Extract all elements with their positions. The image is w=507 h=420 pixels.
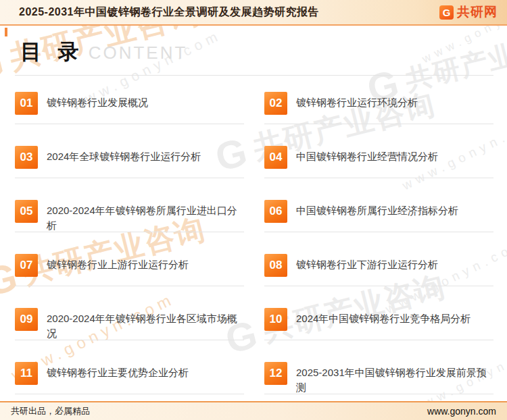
toc-item-label: 2020-2024年年镀锌钢卷行业各区域市场概况 bbox=[47, 308, 244, 341]
toc-item-number: 06 bbox=[264, 200, 287, 223]
item-divider bbox=[264, 232, 493, 232]
toc-item-number: 09 bbox=[15, 308, 38, 331]
toc-grid: 01 镀锌钢卷行业发展概况 02 镀锌钢卷行业运行环境分析 03 2024年全球… bbox=[15, 92, 493, 416]
toc-item-number: 01 bbox=[15, 92, 38, 115]
heading-rule bbox=[15, 75, 493, 76]
report-title: 2025-2031年中国镀锌钢卷行业全景调研及发展趋势研究报告 bbox=[19, 5, 319, 20]
toc-item-number: 12 bbox=[264, 362, 287, 385]
toc-item: 03 2024年全球镀锌钢卷行业运行分析 bbox=[15, 146, 244, 200]
toc-item: 09 2020-2024年年镀锌钢卷行业各区域市场概况 bbox=[15, 308, 244, 362]
toc-item: 05 2020-2024年年镀锌钢卷所属行业进出口分析 bbox=[15, 200, 244, 254]
toc-item-label: 2025-2031年中国镀锌钢卷行业发展前景预测 bbox=[296, 362, 493, 395]
toc-item-label: 镀锌钢卷行业上游行业运行分析 bbox=[47, 254, 189, 272]
item-divider bbox=[15, 394, 244, 394]
toc-item-number: 02 bbox=[264, 92, 287, 115]
toc-item-label: 镀锌钢卷行业下游行业运行分析 bbox=[296, 254, 438, 272]
item-divider bbox=[15, 232, 244, 232]
footer-website-url[interactable]: www.gonyn.com bbox=[427, 406, 496, 417]
toc-heading-en: CONTENT bbox=[89, 43, 188, 63]
toc-item-label: 2020-2024年年镀锌钢卷所属行业进出口分析 bbox=[47, 200, 244, 233]
item-divider bbox=[15, 124, 244, 124]
toc-item: 01 镀锌钢卷行业发展概况 bbox=[15, 92, 244, 146]
brand-logo: G 共研网 bbox=[439, 3, 498, 21]
item-divider bbox=[264, 286, 493, 286]
brand-g-icon: G bbox=[439, 5, 454, 20]
toc-item: 02 镀锌钢卷行业运行环境分析 bbox=[264, 92, 493, 146]
item-divider bbox=[264, 178, 493, 178]
toc-item-label: 中国镀锌钢卷行业经营情况分析 bbox=[296, 146, 438, 164]
item-divider bbox=[15, 286, 244, 286]
item-divider bbox=[15, 340, 244, 340]
toc-item-label: 镀锌钢卷行业发展概况 bbox=[47, 92, 148, 110]
toc-item-number: 04 bbox=[264, 146, 287, 169]
footer-slogan: 共研出品，必属精品 bbox=[11, 405, 90, 417]
toc-item-number: 08 bbox=[264, 254, 287, 277]
toc-item: 10 2024年中国镀锌钢卷行业竞争格局分析 bbox=[264, 308, 493, 362]
toc-item: 06 中国镀锌钢卷所属行业经济指标分析 bbox=[264, 200, 493, 254]
toc-heading: 目 录 CONTENT bbox=[20, 38, 187, 66]
item-divider bbox=[264, 124, 493, 124]
item-divider bbox=[264, 394, 493, 394]
toc-item-label: 镀锌钢卷行业运行环境分析 bbox=[296, 92, 418, 110]
report-toc-page: G共研产业咨询 www.gonyn.com G共研产业咨询 www.gonyn.… bbox=[0, 0, 507, 420]
toc-item-label: 中国镀锌钢卷所属行业经济指标分析 bbox=[296, 200, 458, 218]
header: 2025-2031年中国镀锌钢卷行业全景调研及发展趋势研究报告 G 共研网 bbox=[0, 0, 507, 26]
watermark-g-icon: G bbox=[0, 39, 9, 89]
item-divider bbox=[15, 178, 244, 178]
toc-item-number: 10 bbox=[264, 308, 287, 331]
toc-item: 08 镀锌钢卷行业下游行业运行分析 bbox=[264, 254, 493, 308]
toc-item-number: 11 bbox=[15, 362, 38, 385]
toc-item-label: 2024年中国镀锌钢卷行业竞争格局分析 bbox=[296, 308, 470, 326]
toc-item: 04 中国镀锌钢卷行业经营情况分析 bbox=[264, 146, 493, 200]
toc-item-number: 03 bbox=[15, 146, 38, 169]
item-divider bbox=[264, 340, 493, 340]
toc-heading-cn: 目 录 bbox=[20, 38, 84, 66]
toc-item: 07 镀锌钢卷行业上游行业运行分析 bbox=[15, 254, 244, 308]
left-accent-bar bbox=[5, 28, 7, 36]
toc-item-label: 镀锌钢卷行业主要优势企业分析 bbox=[47, 362, 189, 380]
footer: 共研出品，必属精品 www.gonyn.com bbox=[0, 401, 507, 420]
toc-item-label: 2024年全球镀锌钢卷行业运行分析 bbox=[47, 146, 201, 164]
toc-item-number: 07 bbox=[15, 254, 38, 277]
toc-item-number: 05 bbox=[15, 200, 38, 223]
brand-logo-text: 共研网 bbox=[457, 3, 498, 21]
